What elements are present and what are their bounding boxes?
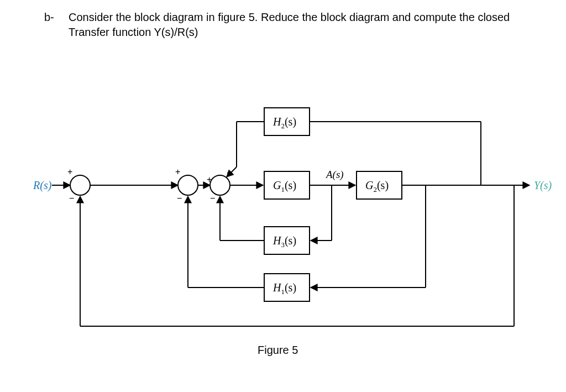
sum-junction-3 — [210, 175, 230, 195]
sum3-plus: + — [207, 175, 212, 184]
input-label: R(s) — [33, 179, 52, 192]
sum2-minus: − — [177, 194, 182, 203]
block-diagram: R(s) + − + − + − − G1(s) A(s) — [0, 0, 566, 392]
figure-caption: Figure 5 — [258, 344, 298, 357]
sum-junction-1 — [70, 175, 90, 195]
sum1-minus: − — [69, 194, 74, 203]
output-label: Y(s) — [534, 179, 552, 192]
sum-junction-2 — [178, 175, 198, 195]
sum2-plus: + — [175, 167, 180, 176]
sum3-minus-bottom: − — [210, 194, 215, 203]
sum1-plus: + — [67, 167, 72, 176]
signal-a-label: A(s) — [325, 169, 344, 181]
